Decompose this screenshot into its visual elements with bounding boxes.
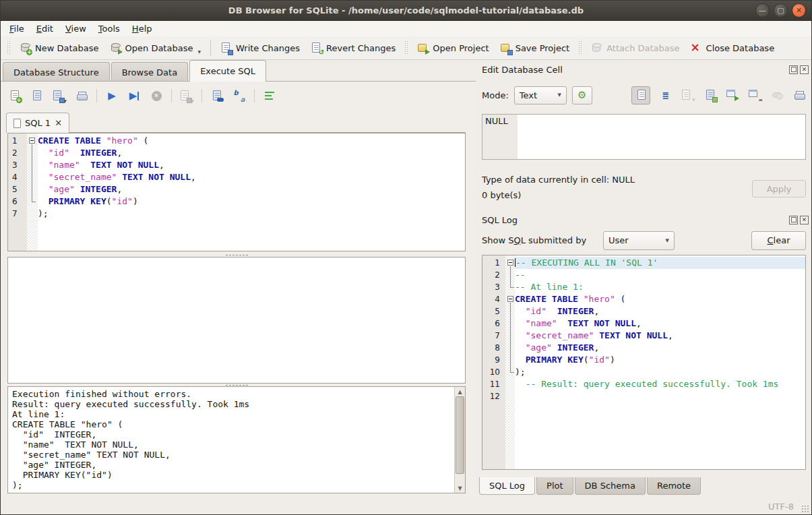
format-sql-icon[interactable] (262, 88, 277, 103)
word-wrap-icon[interactable]: ≣ (659, 88, 673, 102)
execute-line-icon[interactable]: ▶ (127, 88, 142, 103)
close-database-button[interactable]: × Close Database (685, 40, 780, 57)
execution-log-text: Execution finished without errors. Resul… (8, 387, 454, 493)
tab-browse-data[interactable]: Browse Data (111, 62, 189, 82)
link-icon[interactable]: ∞ (748, 88, 761, 102)
new-database-button[interactable]: + New Database (14, 40, 104, 57)
text-mode-icon[interactable] (631, 86, 650, 104)
cell-toolbar: ≣ ▼ ∞ (631, 86, 806, 104)
right-dock: Edit Database Cell ✕ Mode: Text ▼ ⚙ ≣ ▼ … (476, 60, 812, 497)
sql-code[interactable]: 1CREATE TABLE "hero" (2 "id" INTEGER,3 "… (8, 135, 465, 220)
minimize-button[interactable]: — (755, 3, 770, 18)
new-sql-tab-icon[interactable]: + (7, 88, 22, 103)
dock-tab-db-schema[interactable]: DB Schema (575, 477, 646, 495)
menu-edit[interactable]: Edit (30, 22, 59, 35)
open-sql-file-icon[interactable] (30, 88, 44, 103)
import-file-icon: ▼ (681, 88, 695, 102)
revert-changes-button[interactable]: ↺ Revert Changes (305, 40, 401, 57)
open-database-dropdown-icon[interactable]: ▼ (197, 49, 201, 54)
execution-log-pane[interactable]: Execution finished without errors. Resul… (7, 386, 466, 493)
scrollbar-thumb[interactable] (456, 396, 464, 474)
open-external-icon[interactable] (726, 88, 739, 102)
attach-database-icon (591, 42, 602, 54)
sql-log-header: SQL Log ✕ (482, 213, 809, 226)
sql-log-editor[interactable]: 1-- EXECUTING ALL IN 'SQL 1'2--3-- At li… (482, 255, 806, 470)
menu-view[interactable]: View (59, 22, 92, 35)
resize-grip[interactable] (801, 505, 809, 513)
scroll-up-icon[interactable]: ▲ (455, 387, 465, 396)
encoding-label: UTF-8 (768, 502, 794, 512)
sql1-tab[interactable]: SQL 1 ✕ (6, 113, 69, 133)
title-bar[interactable]: DB Browser for SQLite - /home/user/code/… (1, 1, 811, 21)
submitted-by-select[interactable]: User ▼ (603, 231, 675, 250)
window-title: DB Browser for SQLite - /home/user/code/… (228, 5, 584, 16)
sql-log-title: SQL Log (482, 215, 787, 225)
cell-value-editor[interactable]: NULL (482, 114, 806, 160)
stop-icon: ✕ (149, 88, 164, 103)
save-results-icon: ▼ (179, 88, 194, 103)
save-sql-file-icon[interactable]: ▼ (52, 88, 67, 103)
edit-cell-header: Edit Database Cell ✕ (482, 63, 809, 76)
menu-bar: File Edit View Tools Help (1, 21, 811, 36)
sql-document-icon (13, 119, 21, 128)
float-panel-icon[interactable] (789, 216, 798, 224)
edit-cell-title: Edit Database Cell (482, 65, 787, 75)
scroll-down-icon[interactable]: ▼ (455, 483, 465, 493)
open-project-button[interactable]: Open Project (412, 40, 494, 57)
toolbar-drag-handle[interactable] (404, 40, 408, 55)
chevron-down-icon: ▼ (666, 238, 669, 243)
float-panel-icon[interactable] (789, 65, 798, 74)
scrollbar[interactable]: ▲ ▼ (454, 387, 465, 493)
main-toolbar: + New Database Open Database ▼ Write Cha… (1, 36, 811, 60)
execute-all-icon[interactable]: ▶ (104, 88, 119, 103)
cell-null-indicator: NULL (482, 115, 518, 159)
close-panel-icon[interactable]: ✕ (800, 216, 809, 224)
revert-changes-icon: ↺ (311, 42, 322, 54)
open-project-icon (417, 42, 429, 54)
tab-execute-sql[interactable]: Execute SQL (189, 60, 266, 82)
tab-database-structure[interactable]: Database Structure (3, 62, 110, 82)
results-grid-pane[interactable] (7, 257, 466, 384)
dock-tab-remote[interactable]: Remote (647, 477, 701, 495)
menu-tools[interactable]: Tools (92, 22, 126, 35)
cell-settings-button[interactable]: ⚙ (572, 86, 592, 104)
find-icon[interactable] (210, 88, 224, 103)
clear-button[interactable]: Clear (751, 231, 806, 250)
main-tab-bar: Database Structure Browse Data Execute S… (1, 60, 476, 82)
find-replace-icon[interactable]: ba (232, 88, 247, 103)
cell-size-info: 0 byte(s) (482, 190, 521, 200)
menu-file[interactable]: File (3, 22, 30, 35)
sql-editor-toolbar: + ▼ ▶ ▶ ✕ ▼ ba (7, 87, 277, 104)
print-cell-icon[interactable] (792, 88, 806, 102)
write-changes-button[interactable]: Write Changes (215, 40, 305, 57)
sql-file-tab-bar: SQL 1 ✕ (6, 112, 69, 133)
menu-help[interactable]: Help (126, 22, 158, 35)
toolbar-drag-handle[interactable] (7, 40, 11, 55)
dock-tab-sql-log[interactable]: SQL Log (479, 477, 535, 495)
close-panel-icon[interactable]: ✕ (800, 65, 809, 74)
close-tab-icon[interactable]: ✕ (55, 118, 62, 128)
apply-button: Apply (752, 180, 806, 198)
sql-code-editor[interactable]: 1CREATE TABLE "hero" (2 "id" INTEGER,3 "… (7, 133, 466, 251)
open-database-icon (110, 42, 121, 54)
filter-label: Show SQL submitted by (482, 235, 586, 245)
set-null-icon (770, 88, 784, 102)
close-database-icon: × (691, 42, 702, 54)
maximize-button[interactable]: ▢ (774, 3, 788, 18)
mode-label: Mode: (482, 90, 509, 100)
sql-log-code[interactable]: 1-- EXECUTING ALL IN 'SQL 1'2--3-- At li… (482, 257, 805, 402)
toolbar-drag-handle[interactable] (578, 40, 582, 55)
cell-mode-row: Mode: Text ▼ ⚙ ≣ ▼ ∞ (482, 86, 806, 104)
dock-tab-plot[interactable]: Plot (536, 477, 573, 495)
chevron-down-icon: ▼ (557, 92, 561, 98)
open-database-button[interactable]: Open Database ▼ (104, 40, 207, 57)
save-as-icon[interactable] (704, 88, 717, 102)
execute-sql-panel: + ▼ ▶ ▶ ✕ ▼ ba SQL 1 ✕ (1, 82, 476, 497)
cell-type-info: Type of data currently in cell: NULL (482, 175, 635, 185)
close-button[interactable]: ✕ (792, 3, 806, 18)
attach-database-button: Attach Database (586, 40, 685, 57)
save-project-button[interactable]: Save Project (495, 40, 575, 57)
print-icon[interactable] (74, 88, 89, 103)
mode-select[interactable]: Text ▼ (514, 86, 567, 104)
window-controls: — ▢ ✕ (755, 3, 806, 18)
